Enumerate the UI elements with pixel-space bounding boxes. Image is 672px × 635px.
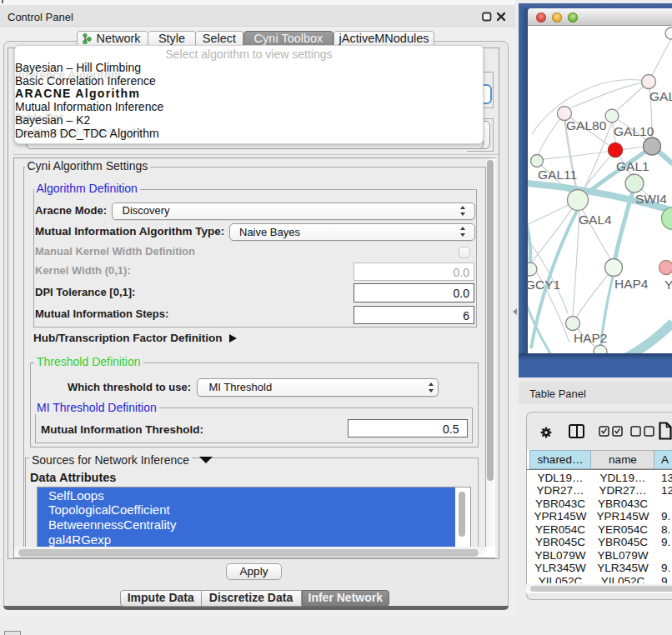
svg-text:GAL2: GAL2 [649,89,672,103]
svg-text:GAL1: GAL1 [616,159,649,173]
svg-text:HAP2: HAP2 [574,331,608,345]
svg-text:GAL4: GAL4 [579,212,612,227]
svg-text:GAL11: GAL11 [538,168,577,182]
svg-text:HAP4: HAP4 [614,277,649,291]
svg-text:GCY1: GCY1 [528,278,560,292]
svg-text:SWI4: SWI4 [635,192,667,206]
svg-text:GAL80: GAL80 [566,118,607,132]
svg-text:Y: Y [664,278,672,292]
svg-text:GAL10: GAL10 [614,124,654,138]
